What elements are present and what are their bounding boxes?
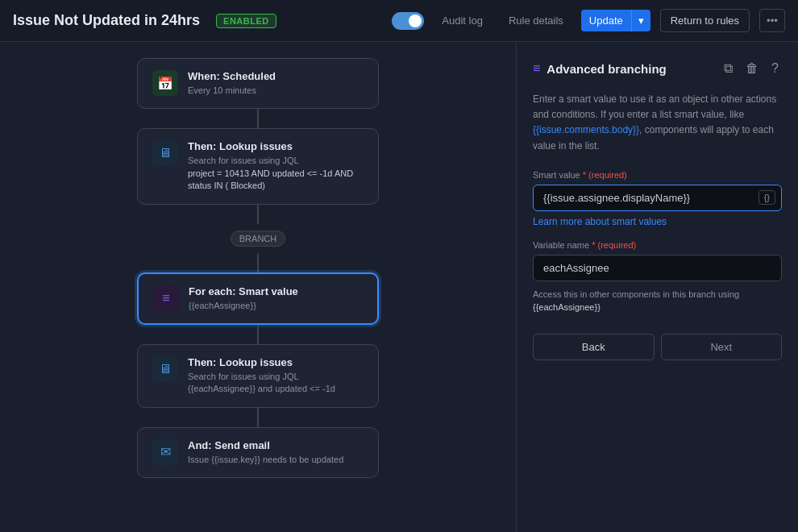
connector-3 <box>257 253 259 272</box>
lookup1-subtitle2: project = 10413 AND updated <= -1d AND s… <box>188 168 364 193</box>
panel-footer: Back Next <box>533 334 782 360</box>
toggle-enabled[interactable] <box>392 12 424 30</box>
update-dropdown-button[interactable]: ▾ <box>631 10 650 31</box>
panel-actions: ⧉ 🗑 ? <box>721 58 782 79</box>
variable-name-input[interactable] <box>533 255 782 281</box>
scheduled-subtitle: Every 10 minutes <box>188 85 364 97</box>
smart-value-label: Smart value * (required) <box>533 170 782 180</box>
update-button-group: Update ▾ <box>581 10 650 31</box>
connector-4 <box>257 325 259 344</box>
learn-more-link[interactable]: Learn more about smart values <box>533 216 782 227</box>
help-panel-button[interactable]: ? <box>768 58 782 79</box>
panel-header: ≡ Advanced branching ⧉ 🗑 ? <box>533 58 782 79</box>
enabled-badge: ENABLED <box>216 14 276 28</box>
lookup2-title: Then: Lookup issues <box>188 356 364 368</box>
rule-details-button[interactable]: Rule details <box>501 10 571 31</box>
email-icon: ✉ <box>152 439 178 465</box>
delete-panel-button[interactable]: 🗑 <box>742 58 762 79</box>
panel-description: Enter a smart value to use it as an obje… <box>533 92 782 154</box>
next-button[interactable]: Next <box>661 334 783 360</box>
main-content: 📅 When: Scheduled Every 10 minutes 🖥 The… <box>0 42 798 532</box>
copy-panel-button[interactable]: ⧉ <box>721 58 736 79</box>
panel-title: Advanced branching <box>547 62 714 76</box>
back-button[interactable]: Back <box>533 334 655 360</box>
scheduled-icon: 📅 <box>152 70 178 96</box>
lookup1-icon: 🖥 <box>152 140 178 166</box>
description-highlight: {{issue.comments.body}} <box>533 124 639 135</box>
side-panel: ≡ Advanced branching ⧉ 🗑 ? Enter a smart… <box>516 42 798 532</box>
more-options-button[interactable]: ••• <box>759 9 785 32</box>
node-lookup2[interactable]: 🖥 Then: Lookup issues Search for issues … <box>137 344 379 408</box>
lookup1-title: Then: Lookup issues <box>188 140 364 152</box>
smart-value-group: Smart value * (required) {} Learn more a… <box>533 170 782 227</box>
node-lookup1[interactable]: 🖥 Then: Lookup issues Search for issues … <box>137 128 379 204</box>
curly-brace-button[interactable]: {} <box>759 190 775 205</box>
audit-log-button[interactable]: Audit log <box>434 10 491 31</box>
variable-name-helper: Access this in other components in this … <box>533 288 782 314</box>
email-subtitle: Issue {{issue.key}} needs to be updated <box>188 454 364 466</box>
workflow-canvas: 📅 When: Scheduled Every 10 minutes 🖥 The… <box>0 42 516 532</box>
connector-5 <box>257 408 259 427</box>
foreach-title: For each: Smart value <box>189 285 363 297</box>
panel-icon: ≡ <box>533 61 540 76</box>
smart-value-input[interactable] <box>533 185 782 211</box>
scheduled-title: When: Scheduled <box>188 70 364 82</box>
branch-container: BRANCH <box>231 224 285 253</box>
lookup2-icon: 🖥 <box>152 356 178 382</box>
smart-value-input-wrapper: {} <box>533 185 782 211</box>
node-send-email[interactable]: ✉ And: Send email Issue {{issue.key}} ne… <box>137 427 379 478</box>
variable-name-label: Variable name * (required) <box>533 240 782 250</box>
return-to-rules-button[interactable]: Return to rules <box>660 9 750 32</box>
node-scheduled[interactable]: 📅 When: Scheduled Every 10 minutes <box>137 58 379 109</box>
foreach-icon: ≡ <box>153 285 179 311</box>
node-for-each[interactable]: ≡ For each: Smart value {{eachAssignee}} <box>137 272 379 325</box>
lookup2-subtitle1: Search for issues using JQL <box>188 371 364 383</box>
variable-name-group: Variable name * (required) Access this i… <box>533 240 782 314</box>
branch-label: BRANCH <box>231 231 285 247</box>
workflow: 📅 When: Scheduled Every 10 minutes 🖥 The… <box>32 58 484 478</box>
foreach-subtitle: {{eachAssignee}} <box>189 300 363 312</box>
connector-1 <box>257 109 259 128</box>
page-title: Issue Not Updated in 24hrs <box>13 12 200 29</box>
update-button[interactable]: Update <box>581 10 631 31</box>
lookup1-subtitle1: Search for issues using JQL <box>188 155 364 167</box>
email-title: And: Send email <box>188 439 364 451</box>
lookup2-subtitle2: {{eachAssignee}} and updated <= -1d <box>188 383 364 395</box>
app-header: Issue Not Updated in 24hrs ENABLED Audit… <box>0 0 798 42</box>
connector-2 <box>257 205 259 224</box>
